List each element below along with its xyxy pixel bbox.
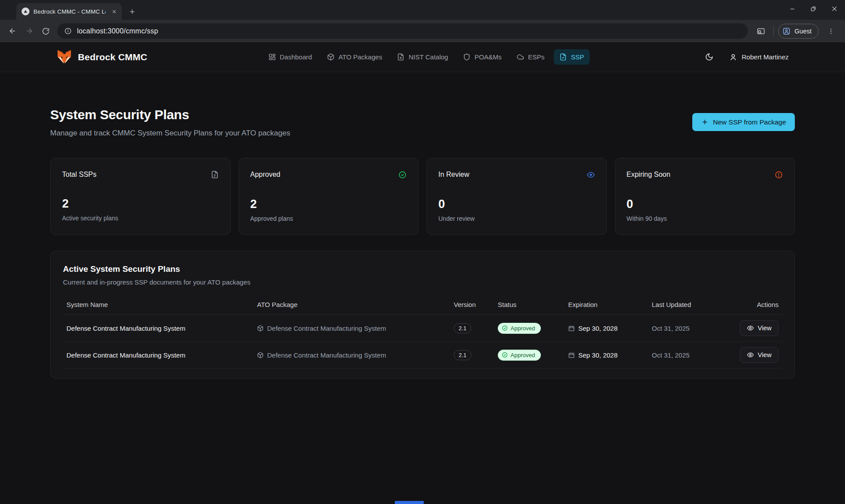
nav-label: POA&Ms — [474, 53, 502, 61]
profile-label: Guest — [794, 28, 812, 35]
alert-circle-icon — [775, 171, 783, 179]
last-updated-date: Oct 31, 2025 — [648, 351, 734, 359]
check-circle-icon — [398, 171, 407, 179]
ato-package-name: Defense Contract Manufacturing System — [267, 351, 386, 359]
main-nav: Dashboard ATO Packages NIST Catalog POA&… — [263, 49, 590, 65]
nav-item-poams[interactable]: POA&Ms — [457, 49, 507, 65]
nav-label: ESPs — [528, 53, 545, 61]
new-ssp-button-label: New SSP from Package — [713, 118, 786, 126]
ato-package-name: Defense Contract Manufacturing System — [267, 325, 386, 332]
check-circle-icon — [502, 352, 508, 358]
window-controls — [782, 0, 845, 18]
col-ato-package: ATO Package — [254, 297, 450, 314]
expiration-date: Sep 30, 2028 — [578, 351, 617, 359]
table-row: Defense Contract Manufacturing System De… — [63, 315, 782, 342]
stat-sublabel: Under review — [438, 215, 595, 222]
expiration-date: Sep 30, 2028 — [578, 325, 617, 332]
moon-icon[interactable] — [705, 53, 713, 61]
table-subheading: Current and in-progress SSP documents fo… — [63, 278, 782, 286]
profile-chip[interactable]: Guest — [778, 24, 819, 39]
stat-value: 2 — [250, 197, 407, 211]
browser-toolbar: localhost:3000/cmmc/ssp Guest — [0, 20, 845, 42]
stat-card-approved: Approved 2 Approved plans — [239, 158, 419, 235]
col-version: Version — [450, 297, 494, 314]
package-icon — [327, 53, 334, 61]
toolbar-separator — [773, 26, 774, 36]
ssp-table: System Name ATO Package Version Status E… — [63, 297, 782, 369]
system-name: Defense Contract Manufacturing System — [63, 351, 254, 359]
brand[interactable]: Bedrock CMMC — [56, 49, 147, 65]
toolbar-right: Guest — [753, 23, 841, 39]
url-text: localhost:3000/cmmc/ssp — [77, 27, 158, 35]
eye-icon — [747, 351, 754, 358]
file-check-icon — [559, 53, 567, 61]
browser-tab[interactable]: Bedrock CMMC - CMMC Level — [16, 3, 122, 20]
stat-value: 0 — [627, 197, 783, 211]
check-circle-icon — [502, 325, 508, 331]
nav-item-ato-packages[interactable]: ATO Packages — [321, 49, 388, 65]
table-row: Defense Contract Manufacturing System De… — [63, 342, 782, 369]
kebab-menu-icon[interactable] — [823, 23, 839, 39]
close-icon[interactable] — [824, 0, 845, 18]
nav-item-nist-catalog[interactable]: NIST Catalog — [391, 49, 454, 65]
nav-label: Dashboard — [280, 53, 312, 61]
stat-label: Expiring Soon — [627, 171, 671, 179]
user-menu[interactable]: Robert Martinez — [729, 53, 789, 61]
table-heading: Active System Security Plans — [63, 264, 782, 274]
app-header: Bedrock CMMC Dashboard ATO Packages NIST… — [0, 42, 845, 72]
nav-label: ATO Packages — [338, 53, 382, 61]
eye-icon — [587, 171, 595, 179]
side-panel-search-icon[interactable] — [753, 23, 769, 39]
page-subtitle: Manage and track CMMC System Security Pl… — [50, 129, 290, 138]
stat-label: In Review — [438, 171, 469, 179]
brand-title: Bedrock CMMC — [78, 52, 147, 62]
stat-label: Approved — [250, 171, 281, 179]
reload-icon[interactable] — [38, 23, 54, 39]
user-name: Robert Martinez — [742, 53, 789, 61]
tab-close-icon[interactable] — [110, 7, 118, 16]
forward-arrow-icon[interactable] — [21, 23, 37, 39]
restore-icon[interactable] — [803, 0, 824, 18]
version-badge: 2.1 — [454, 323, 471, 333]
header-right: Robert Martinez — [705, 53, 789, 61]
browser-tabstrip: Bedrock CMMC - CMMC Level — [0, 0, 845, 20]
minimize-icon[interactable] — [782, 0, 803, 18]
table-header-row: System Name ATO Package Version Status E… — [63, 297, 782, 315]
nav-item-esps[interactable]: ESPs — [511, 49, 551, 65]
dashboard-grid-icon — [268, 53, 276, 61]
back-arrow-icon[interactable] — [4, 23, 20, 39]
stat-sublabel: Within 90 days — [627, 215, 783, 222]
nav-item-ssp[interactable]: SSP — [554, 49, 590, 65]
stat-sublabel: Approved plans — [250, 215, 407, 222]
col-status: Status — [494, 297, 565, 314]
stat-label: Total SSPs — [62, 171, 96, 179]
stat-value: 2 — [62, 197, 219, 211]
url-bar[interactable]: localhost:3000/cmmc/ssp — [57, 23, 748, 39]
col-system-name: System Name — [63, 297, 254, 314]
stat-sublabel: Active security plans — [62, 215, 219, 222]
nav-item-dashboard[interactable]: Dashboard — [263, 49, 318, 65]
nav-label: SSP — [571, 53, 584, 61]
person-icon — [729, 53, 737, 61]
package-icon — [257, 352, 264, 358]
new-tab-button[interactable] — [125, 5, 139, 18]
ssp-table-card: Active System Security Plans Current and… — [50, 251, 795, 379]
last-updated-date: Oct 31, 2025 — [648, 325, 734, 332]
page-title: System Security Plans — [50, 107, 290, 122]
stat-card-expiring-soon: Expiring Soon 0 Within 90 days — [615, 158, 795, 235]
guest-avatar-icon — [783, 27, 790, 35]
stat-value: 0 — [438, 197, 595, 211]
tab-title: Bedrock CMMC - CMMC Level — [33, 8, 106, 15]
view-button[interactable]: View — [740, 320, 779, 336]
file-text-icon — [397, 53, 404, 61]
new-ssp-button[interactable]: New SSP from Package — [692, 113, 795, 131]
plus-icon — [701, 118, 709, 126]
col-expiration: Expiration — [565, 297, 648, 314]
view-button[interactable]: View — [740, 347, 779, 363]
cloud-icon — [517, 53, 524, 61]
system-name: Defense Contract Manufacturing System — [63, 325, 254, 332]
file-text-icon — [211, 171, 219, 179]
site-info-icon[interactable] — [64, 27, 72, 35]
eye-icon — [747, 325, 754, 332]
bottom-accent-bar — [395, 501, 424, 504]
